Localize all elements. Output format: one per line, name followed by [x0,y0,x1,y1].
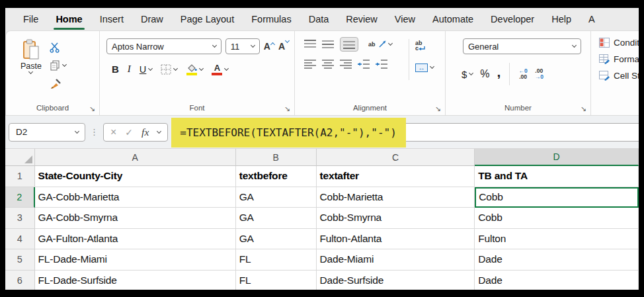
cell-c2[interactable]: Cobb-Marietta [317,187,475,208]
borders-chevron-icon[interactable] [173,66,178,71]
tab-home[interactable]: Home [56,14,82,24]
cell-d3[interactable]: Cobb [475,208,639,229]
cell-a4[interactable]: GA-Fulton-Atlanta [35,229,236,250]
orientation-chevron-icon[interactable] [387,41,392,46]
merge-center-button[interactable]: ↔ [415,64,434,72]
increase-decimal-button[interactable]: ←0 .00 [518,68,527,80]
cell-b2[interactable]: GA [236,187,317,208]
cell-a3[interactable]: GA-Cobb-Smyrna [35,208,236,229]
number-format-combo[interactable]: General [463,38,581,54]
bottom-align-button-selected[interactable] [340,37,358,52]
cell-b3[interactable]: GA [236,208,317,229]
select-all-corner[interactable] [5,149,35,166]
fill-color-chevron-icon[interactable] [199,66,204,71]
formula-input[interactable]: =TEXTBEFORE(TEXTAFTER(A2,"-"),"-") [173,123,639,142]
enter-icon[interactable]: ✓ [125,127,133,138]
cell-d2-active[interactable]: Cobb [475,187,639,208]
font-dialog-launcher-icon[interactable]: ↘ [284,105,290,112]
tab-help[interactable]: Help [551,14,571,24]
decrease-decimal-button[interactable]: .00 →0 [535,68,543,80]
cell-c3[interactable]: Cobb-Smyrna [317,208,475,229]
tab-file[interactable]: File [23,14,38,24]
font-size-combo[interactable]: 11 [225,38,260,54]
column-header-d-selected[interactable]: D [475,149,639,166]
tab-automate[interactable]: Automate [432,14,473,24]
tab-view[interactable]: View [395,14,415,24]
row-header-6[interactable]: 6 [5,271,35,290]
borders-button[interactable] [161,64,177,75]
tab-data[interactable]: Data [309,14,329,24]
tab-review[interactable]: Review [346,14,378,24]
cell-d5[interactable]: Dade [475,249,639,271]
row-header-1[interactable]: 1 [5,166,35,187]
name-box[interactable]: D2 [9,123,85,142]
font-name-combo[interactable]: Aptos Narrow [106,38,221,54]
cell-b4[interactable]: GA [236,229,317,250]
conditional-formatting-button[interactable]: Condit [599,38,639,48]
cell-a1[interactable]: State-County-City [35,166,236,187]
wrap-text-button[interactable]: ab c [415,40,425,52]
fx-chevron-icon[interactable] [157,128,161,133]
column-header-b[interactable]: B [236,149,317,166]
insert-function-icon[interactable]: fx [141,126,149,138]
tab-developer[interactable]: Developer [491,14,534,24]
tab-formulas[interactable]: Formulas [251,14,291,24]
cell-d4[interactable]: Fulton [475,229,639,250]
cell-a2[interactable]: GA-Cobb-Marietta [35,187,236,208]
row-header-4[interactable]: 4 [5,229,35,250]
cell-c6[interactable]: Dade-Surfside [317,271,475,290]
cell-a5[interactable]: FL-Dade-Miami [35,249,236,271]
fill-color-button[interactable] [186,64,203,75]
cell-b6[interactable]: FL [236,271,317,290]
row-header-3[interactable]: 3 [5,208,35,229]
format-as-table-button[interactable]: Format [599,54,639,64]
bold-button[interactable]: B [112,64,119,75]
accounting-chevron-icon[interactable] [469,71,473,75]
cell-c5[interactable]: Dade-Miami [317,249,475,271]
decrease-font-size-button[interactable]: A [278,41,289,52]
underline-button[interactable]: U [140,64,152,75]
cancel-icon[interactable]: × [110,126,116,138]
number-dialog-launcher-icon[interactable]: ↘ [581,105,586,112]
cell-c1[interactable]: textafter [317,166,475,187]
cell-d6[interactable]: Dade [475,271,639,290]
fill-color-icon [186,64,197,72]
cell-c4[interactable]: Fulton-Atlanta [317,229,475,250]
column-header-c[interactable]: C [317,149,475,166]
font-color-chevron-icon[interactable] [224,66,229,71]
font-color-button[interactable]: A [212,64,228,75]
row-header-5[interactable]: 5 [5,249,35,271]
cell-a6[interactable]: FL-Dade-Surfside [35,271,236,290]
copy-chevron-icon[interactable] [62,62,67,67]
format-painter-button[interactable] [50,77,66,89]
tab-page-layout[interactable]: Page Layout [181,14,234,24]
tab-draw[interactable]: Draw [141,14,163,24]
increase-indent-button[interactable] [376,60,387,69]
orientation-button[interactable]: ab [368,40,392,48]
row-header-2-selected[interactable]: 2 [5,187,35,208]
align-left-button[interactable] [304,60,316,69]
column-header-a[interactable]: A [35,149,236,166]
cell-styles-button[interactable]: Cell Sty [599,71,639,81]
tab-insert[interactable]: Insert [100,14,124,24]
tab-acrobat-cut[interactable]: A [588,14,595,24]
alignment-dialog-launcher-icon[interactable]: ↘ [435,105,441,112]
decrease-indent-button[interactable] [358,60,370,69]
paste-button[interactable]: Paste [20,39,42,89]
cut-button[interactable] [50,42,66,54]
cell-d1[interactable]: TB and TA [475,166,639,187]
middle-align-button[interactable] [322,40,334,49]
increase-font-size-button[interactable]: A [264,41,274,52]
accounting-format-button[interactable]: $ [462,69,473,80]
merge-chevron-icon[interactable] [430,64,434,69]
percent-style-button[interactable]: % [480,68,489,80]
align-right-button[interactable] [340,60,352,69]
clipboard-dialog-launcher-icon[interactable]: ↘ [89,105,95,112]
underline-chevron-icon[interactable] [148,66,153,71]
align-center-button[interactable] [322,60,334,69]
top-align-button[interactable] [304,40,316,49]
cell-b5[interactable]: FL [236,249,317,271]
copy-button[interactable] [50,60,66,71]
italic-button[interactable]: I [128,64,131,75]
cell-b1[interactable]: textbefore [236,166,317,187]
